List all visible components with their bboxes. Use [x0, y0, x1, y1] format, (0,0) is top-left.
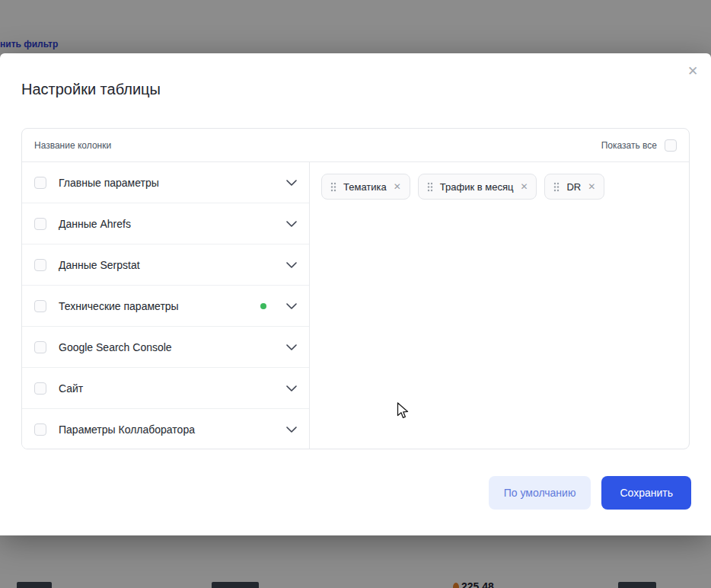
- category-row-serpstat[interactable]: Данные Serpstat: [22, 244, 309, 286]
- remove-chip-icon[interactable]: ✕: [520, 182, 528, 191]
- chevron-down-icon[interactable]: [286, 303, 297, 309]
- category-label: Google Search Console: [59, 341, 274, 353]
- chevron-down-icon[interactable]: [286, 262, 297, 268]
- chevron-down-icon[interactable]: [286, 221, 297, 227]
- category-checkbox[interactable]: [34, 177, 46, 189]
- category-checkbox[interactable]: [34, 423, 46, 436]
- modal-footer: По умолчанию Сохранить: [489, 476, 691, 510]
- default-button[interactable]: По умолчанию: [489, 476, 591, 510]
- category-label: Данные Ahrefs: [59, 218, 274, 230]
- category-list: Главные параметры Данные Ahrefs: [22, 162, 310, 449]
- category-label: Сайт: [59, 382, 274, 395]
- drag-handle-icon[interactable]: [427, 182, 433, 192]
- category-row-collaborator[interactable]: Параметры Коллаборатора: [22, 409, 309, 449]
- columns-panel: Название колонки Показать все Главные па…: [21, 128, 690, 449]
- category-row-ahrefs[interactable]: Данные Ahrefs: [22, 203, 309, 244]
- close-icon[interactable]: ✕: [684, 62, 702, 81]
- category-row-site[interactable]: Сайт: [22, 368, 309, 409]
- column-chip-traffic[interactable]: Трафик в месяц ✕: [418, 174, 537, 200]
- show-all-toggle[interactable]: Показать все: [601, 139, 677, 152]
- category-checkbox[interactable]: [34, 382, 46, 395]
- category-checkbox[interactable]: [34, 300, 46, 312]
- panel-body: Главные параметры Данные Ahrefs: [22, 162, 689, 449]
- category-label: Данные Serpstat: [59, 259, 274, 271]
- category-row-main-params[interactable]: Главные параметры: [22, 162, 309, 203]
- remove-chip-icon[interactable]: ✕: [588, 182, 595, 191]
- column-name-label: Название колонки: [34, 140, 111, 151]
- category-checkbox[interactable]: [34, 341, 46, 353]
- selected-columns-area: Тематика ✕ Трафик в месяц ✕: [310, 162, 689, 449]
- chevron-down-icon[interactable]: [286, 385, 297, 391]
- category-label: Главные параметры: [59, 177, 274, 189]
- chevron-down-icon[interactable]: [286, 427, 297, 433]
- screen: нить фильтр 225.48 ✕ Настройки таблицы Н…: [0, 0, 711, 588]
- chip-label: Тематика: [343, 181, 387, 193]
- drag-handle-icon[interactable]: [553, 182, 560, 192]
- panel-header: Название колонки Показать все: [22, 129, 689, 162]
- modal-title: Настройки таблицы: [21, 81, 161, 98]
- category-row-technical[interactable]: Технические параметры: [22, 286, 309, 327]
- chip-label: Трафик в месяц: [440, 181, 514, 193]
- chevron-down-icon[interactable]: [286, 344, 297, 350]
- remove-chip-icon[interactable]: ✕: [394, 182, 401, 191]
- save-button[interactable]: Сохранить: [601, 476, 691, 510]
- drag-handle-icon[interactable]: [330, 182, 336, 192]
- table-settings-modal: ✕ Настройки таблицы Название колонки Пок…: [0, 53, 711, 535]
- column-chip-tematika[interactable]: Тематика ✕: [321, 174, 410, 200]
- category-row-gsc[interactable]: Google Search Console: [22, 327, 309, 368]
- chip-label: DR: [566, 181, 581, 193]
- category-label: Технические параметры: [59, 300, 248, 312]
- chevron-down-icon[interactable]: [286, 180, 297, 186]
- status-dot-icon: [260, 303, 266, 309]
- category-label: Параметры Коллаборатора: [59, 423, 274, 436]
- show-all-checkbox[interactable]: [665, 139, 677, 152]
- column-chip-dr[interactable]: DR ✕: [544, 174, 604, 200]
- category-checkbox[interactable]: [34, 259, 46, 271]
- category-checkbox[interactable]: [34, 218, 46, 230]
- show-all-label: Показать все: [601, 140, 657, 151]
